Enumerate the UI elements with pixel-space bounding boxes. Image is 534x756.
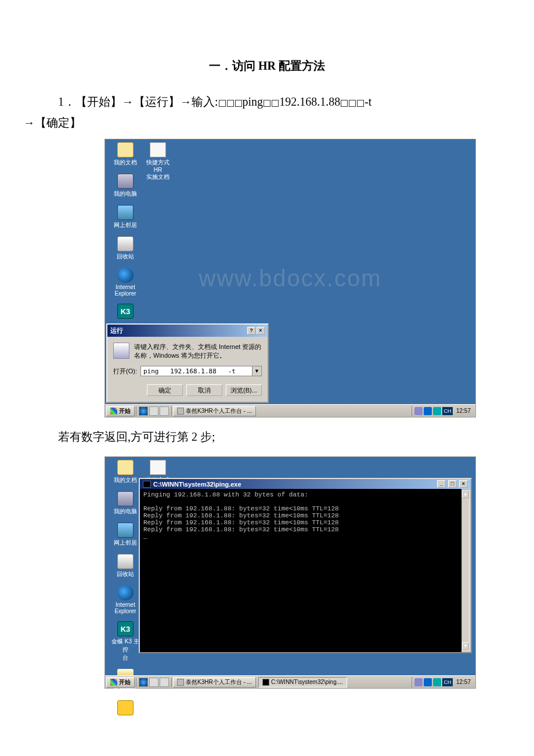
close-button[interactable]: × <box>257 327 265 334</box>
placeholder-box <box>349 100 356 107</box>
taskbar-button-label: 泰然K3HR个人工作台 - ... <box>186 407 252 415</box>
icon-label: 快捷方式 HR 实施文档 <box>142 159 174 181</box>
ie-icon <box>117 585 134 600</box>
cmd-title: C:\WINNT\system32\ping.exe <box>153 481 241 488</box>
icon-label: 我的电脑 <box>111 507 140 516</box>
run-icon <box>113 343 129 359</box>
help-button[interactable]: ? <box>247 327 255 334</box>
icon-my-documents[interactable]: 我的文档 <box>111 460 140 484</box>
step1-pre: 1．【开始】→【运行】→输入: <box>58 95 218 108</box>
quick-launch <box>136 406 172 416</box>
language-indicator[interactable]: CH <box>442 407 453 415</box>
icon-shortcut-hr[interactable]: 快捷方式 HR 实施文档 <box>142 142 174 181</box>
system-tray: CH 12:57 <box>412 677 475 687</box>
screenshot-1-desktop: www.bdocx.com 我的文档 我的电脑 网上邻居 回收站 Interne… <box>104 139 476 417</box>
icon-label: 网上邻居 <box>111 539 140 547</box>
clock: 12:57 <box>454 679 473 685</box>
ie-icon <box>117 268 134 283</box>
placeholder-box <box>227 100 234 107</box>
tray-icon[interactable] <box>433 407 441 415</box>
scroll-down-button[interactable]: ▼ <box>462 642 469 650</box>
taskbar-button-ping[interactable]: C:\WINNT\system32\ping.... <box>258 677 347 687</box>
cancel-button[interactable]: 取消 <box>186 384 222 396</box>
quick-launch <box>136 678 172 687</box>
network-icon <box>117 523 134 538</box>
quick-launch-desktop[interactable] <box>149 406 158 416</box>
cmd-titlebar[interactable]: C:\WINNT\system32\ping.exe _ □ × <box>140 479 471 489</box>
k3-icon: K3 <box>117 621 134 636</box>
quick-launch-ie[interactable] <box>139 678 148 687</box>
step1-cmd: ping <box>243 95 264 108</box>
shortcut-icon <box>150 142 166 157</box>
taskbar: 开始 泰然K3HR个人工作台 - ... C:\WINNT\system32\p… <box>105 675 475 688</box>
scrollbar[interactable]: ▲ ▼ <box>461 489 470 651</box>
step1-flag: -t <box>365 95 371 108</box>
icon-label: 我的文档 <box>111 159 140 167</box>
cmd-window: C:\WINNT\system32\ping.exe _ □ × Pinging… <box>139 478 472 653</box>
browse-button[interactable]: 浏览(B)... <box>226 384 262 396</box>
icon-my-computer[interactable]: 我的电脑 <box>111 174 140 198</box>
ms-icon <box>117 700 134 715</box>
scroll-up-button[interactable]: ▲ <box>462 490 469 498</box>
minimize-button[interactable]: _ <box>437 480 446 488</box>
tray-icon[interactable] <box>414 678 423 686</box>
maximize-button[interactable]: □ <box>448 480 457 488</box>
placeholder-box <box>357 100 364 107</box>
start-label: 开始 <box>119 678 131 686</box>
tray-icon[interactable] <box>414 407 423 415</box>
quick-launch-item[interactable] <box>160 406 169 416</box>
icon-label: 我的电脑 <box>111 190 140 198</box>
run-input[interactable] <box>141 366 252 376</box>
icon-microsoft[interactable]: Microsoft <box>111 700 140 723</box>
folder-icon <box>117 460 134 475</box>
icon-network[interactable]: 网上邻居 <box>111 205 140 229</box>
icon-recycle-bin[interactable]: 回收站 <box>111 236 140 261</box>
recycle-icon <box>117 236 134 251</box>
taskbar-button-label: C:\WINNT\system32\ping.... <box>271 679 343 685</box>
shortcut-icon <box>150 460 166 475</box>
watermark: www.bdocx.com <box>199 265 382 291</box>
icon-k3[interactable]: K3 <box>111 304 140 319</box>
close-button[interactable]: × <box>459 480 468 488</box>
icon-label: 回收站 <box>111 570 140 578</box>
start-button[interactable]: 开始 <box>106 677 135 687</box>
cmd-icon <box>143 481 151 488</box>
tray-icon[interactable] <box>433 678 441 686</box>
icon-label: 我的文档 <box>111 476 140 484</box>
placeholder-box <box>272 100 279 107</box>
run-description: 请键入程序、文件夹、文档或 Internet 资源的名称，Windows 将为您… <box>134 343 262 360</box>
icon-my-computer[interactable]: 我的电脑 <box>111 491 140 516</box>
placeholder-box <box>219 100 226 107</box>
run-dialog-titlebar[interactable]: 运行 ? × <box>107 325 268 337</box>
recycle-icon <box>117 554 134 569</box>
icon-network[interactable]: 网上邻居 <box>111 523 140 547</box>
dropdown-button[interactable]: ▼ <box>252 366 261 376</box>
cmd-icon <box>262 679 269 686</box>
quick-launch-desktop[interactable] <box>149 678 158 687</box>
icon-label: Internet Explorer <box>111 602 140 614</box>
tray-icon[interactable] <box>424 407 432 415</box>
start-button[interactable]: 开始 <box>106 406 135 416</box>
taskbar-button-k3hr[interactable]: 泰然K3HR个人工作台 - ... <box>173 406 256 416</box>
quick-launch-item[interactable] <box>160 678 169 687</box>
run-dialog-title: 运行 <box>110 326 123 335</box>
placeholder-box <box>341 100 348 107</box>
tray-icon[interactable] <box>424 678 432 686</box>
app-icon <box>177 679 184 686</box>
note-text: 若有数字返回,方可进行第 2 步; <box>58 429 511 445</box>
icon-ie[interactable]: Internet Explorer <box>111 585 140 614</box>
placeholder-box <box>235 100 242 107</box>
quick-launch-ie[interactable] <box>139 406 148 416</box>
icon-ie[interactable]: Internet Explorer <box>111 268 140 297</box>
icon-label: Microsoft <box>111 717 140 723</box>
icon-k3[interactable]: K3金蝶 K3 主控 台 <box>111 621 140 662</box>
icon-label: 回收站 <box>111 253 140 261</box>
icon-label: 金蝶 K3 主控 台 <box>111 638 140 662</box>
run-input-combo[interactable]: ▼ <box>140 366 262 376</box>
taskbar-button-k3hr[interactable]: 泰然K3HR个人工作台 - ... <box>173 677 256 687</box>
taskbar-button-label: 泰然K3HR个人工作台 - ... <box>186 678 252 686</box>
language-indicator[interactable]: CH <box>442 678 453 686</box>
icon-my-documents[interactable]: 我的文档 <box>111 142 140 167</box>
ok-button[interactable]: 确定 <box>147 384 183 396</box>
icon-recycle-bin[interactable]: 回收站 <box>111 554 140 578</box>
